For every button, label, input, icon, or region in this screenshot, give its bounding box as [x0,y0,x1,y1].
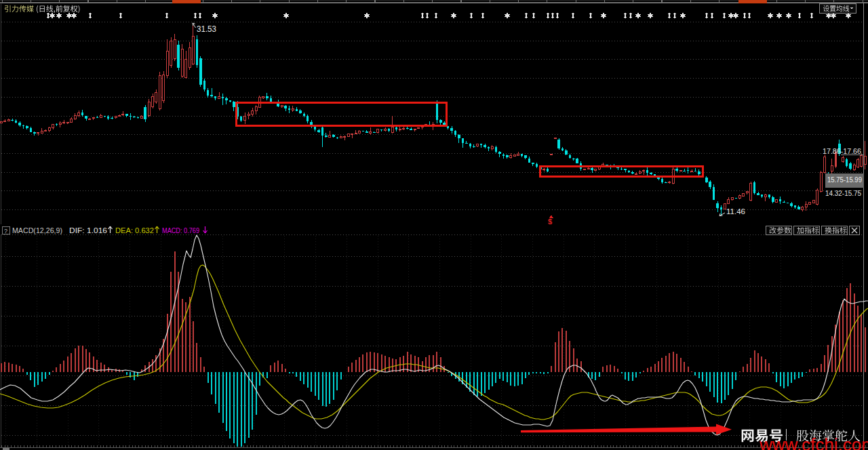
svg-text:17.86-17.66: 17.86-17.66 [823,147,861,155]
svg-text:DEA: 0.632: DEA: 0.632 [115,226,154,234]
svg-text:MACD: 0.769: MACD: 0.769 [162,226,199,234]
svg-text:14.32-15.75: 14.32-15.75 [825,189,861,197]
svg-text:MACD(12,26,9): MACD(12,26,9) [12,226,62,234]
svg-text:DIF: 1.016: DIF: 1.016 [69,226,107,234]
svg-text:11.46: 11.46 [726,207,745,216]
svg-text:www.cfchi.com: www.cfchi.com [759,434,868,450]
svg-text:?: ? [4,228,7,234]
svg-text:31.53: 31.53 [197,24,216,34]
svg-text:15.75-15.99: 15.75-15.99 [827,176,862,184]
